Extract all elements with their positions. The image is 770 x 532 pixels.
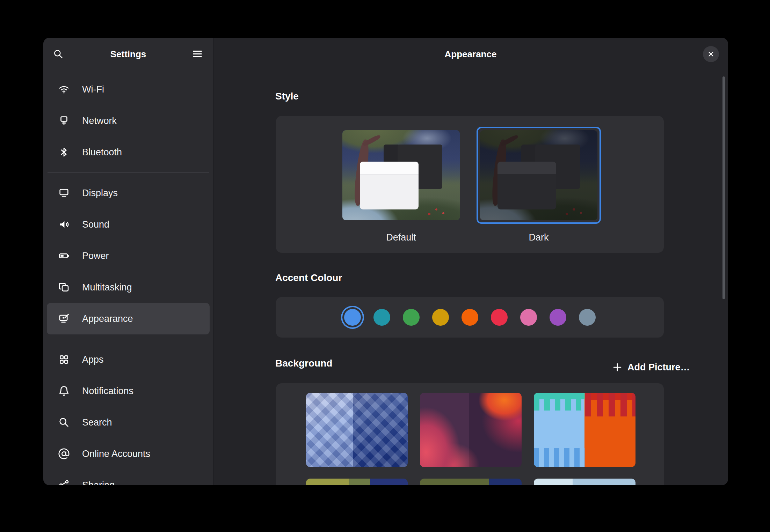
add-picture-button[interactable]: Add Picture… — [612, 359, 690, 376]
sidebar-item-displays[interactable]: Displays — [47, 177, 210, 209]
close-icon — [707, 50, 715, 58]
accent-color-yellow[interactable] — [432, 309, 449, 326]
accent-color-teal[interactable] — [373, 309, 390, 326]
sidebar-item-sound[interactable]: Sound — [47, 209, 210, 240]
wallpaper-thumb-magma-waves[interactable] — [420, 393, 522, 467]
sidebar-item-label: Multitasking — [82, 282, 132, 293]
sidebar-item-bluetooth[interactable]: Bluetooth — [47, 136, 210, 168]
sidebar-item-notifications[interactable]: Notifications — [47, 375, 210, 407]
sound-icon — [58, 219, 70, 230]
accent-color-pink[interactable] — [520, 309, 537, 326]
accent-color-purple[interactable] — [550, 309, 566, 326]
add-picture-label: Add Picture… — [627, 362, 690, 373]
background-card — [276, 383, 664, 485]
sidebar-separator — [213, 38, 213, 485]
style-dark-preview — [480, 130, 597, 220]
sharing-icon — [58, 479, 70, 485]
sidebar-item-label: Displays — [82, 188, 118, 199]
sidebar-item-apps[interactable]: Apps — [47, 344, 210, 375]
sidebar-item-wifi[interactable]: Wi-Fi — [47, 74, 210, 105]
background-heading: Background — [275, 358, 332, 369]
sidebar-item-label: Bluetooth — [82, 147, 122, 158]
page-title: Appearance — [213, 38, 728, 71]
accent-color-orange[interactable] — [462, 309, 478, 326]
main-menu-button[interactable] — [190, 47, 204, 61]
sidebar-item-online-accounts[interactable]: Online Accounts — [47, 438, 210, 470]
sidebar-item-label: Appearance — [82, 313, 133, 324]
sidebar-item-label: Wi-Fi — [82, 84, 104, 95]
accent-color-green[interactable] — [403, 309, 420, 326]
sidebar-item-sharing[interactable]: Sharing — [47, 470, 210, 485]
sidebar-item-label: Apps — [82, 354, 104, 365]
multitasking-icon — [58, 281, 70, 293]
sidebar-title: Settings — [43, 38, 213, 71]
wallpaper-thumb-olive-night[interactable] — [420, 479, 522, 485]
wallpaper-thumb-meadow[interactable] — [306, 479, 408, 485]
sidebar-header: Settings — [43, 38, 213, 71]
sidebar-item-search[interactable]: Search — [47, 407, 210, 438]
wallpaper-thumb-pills-day-night[interactable] — [534, 393, 635, 467]
plus-icon — [612, 362, 623, 372]
power-icon — [58, 250, 70, 262]
sidebar-item-multitasking[interactable]: Multitasking — [47, 272, 210, 303]
wallpaper-thumb-light-drips[interactable] — [534, 479, 635, 485]
sidebar-divider — [43, 168, 213, 177]
accent-heading: Accent Colour — [275, 272, 342, 283]
sidebar-item-label: Search — [82, 417, 112, 428]
style-option-label: Default — [386, 232, 416, 243]
displays-icon — [58, 187, 70, 199]
style-default-preview — [342, 130, 460, 220]
sidebar-item-label: Sound — [82, 219, 109, 230]
hamburger-icon — [193, 51, 202, 52]
sidebar-item-network[interactable]: Network — [47, 105, 210, 136]
appearance-icon — [58, 313, 70, 325]
notifications-icon — [58, 385, 70, 397]
close-button[interactable] — [703, 46, 719, 62]
sidebar-item-label: Network — [82, 116, 117, 126]
style-option-default[interactable]: Default — [339, 127, 463, 253]
network-icon — [58, 115, 70, 127]
accent-color-red[interactable] — [491, 309, 508, 326]
desktop: Settings Wi-Fi — [0, 0, 770, 532]
sidebar-item-appearance[interactable]: Appearance — [47, 303, 210, 334]
wifi-icon — [58, 83, 70, 95]
accent-color-slate[interactable] — [579, 309, 596, 326]
online-accounts-icon — [58, 448, 70, 460]
style-card: Default Dark — [276, 116, 664, 253]
sidebar: Settings Wi-Fi — [43, 38, 213, 485]
wallpaper-thumb-blue-cubes[interactable] — [306, 393, 408, 467]
settings-window: Settings Wi-Fi — [43, 38, 728, 485]
sidebar-item-label: Online Accounts — [82, 449, 150, 459]
accent-color-blue[interactable] — [344, 309, 361, 326]
style-option-dark[interactable]: Dark — [477, 127, 601, 253]
mock-window-front-light — [360, 162, 419, 209]
style-default-frame — [339, 127, 463, 224]
apps-icon — [58, 354, 70, 365]
style-option-label: Dark — [529, 232, 549, 243]
mock-window-front-dark — [497, 162, 556, 209]
sidebar-item-power[interactable]: Power — [47, 240, 210, 272]
accent-card — [276, 297, 664, 338]
bluetooth-icon — [58, 146, 70, 158]
sidebar-item-label: Sharing — [82, 480, 115, 486]
sidebar-item-label: Power — [82, 251, 109, 261]
sidebar-item-label: Notifications — [82, 386, 133, 397]
style-heading: Style — [275, 91, 299, 102]
sidebar-divider — [43, 334, 213, 344]
vertical-scrollbar[interactable] — [722, 76, 725, 299]
search-icon — [58, 416, 70, 428]
sidebar-nav: Wi-Fi Network Bluetooth — [43, 74, 213, 485]
style-dark-frame — [477, 127, 601, 224]
